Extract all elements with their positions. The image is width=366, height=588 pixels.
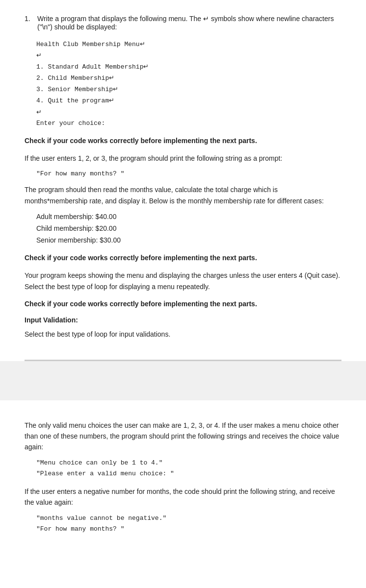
negative-months-code: "months value cannot be negative." "For … — [36, 513, 341, 535]
enter-choice-line: Enter your choice: — [36, 118, 341, 129]
invalid-menu-code: "Menu choice can only be 1 to 4." "Pleas… — [36, 458, 341, 479]
invalid-string-2: "Please enter a valid menu choice: " — [36, 468, 341, 479]
input-validation-section: Input Validation: Select the best type o… — [25, 316, 341, 340]
rate-senior: Senior membership: $30.00 — [36, 235, 341, 246]
months-description: The program should then read the months … — [25, 184, 341, 206]
intro-part1: Write a program that displays the follow… — [37, 15, 201, 23]
section-bottom: The only valid menu choices the user can… — [25, 400, 341, 535]
negative-string-2: "For how many months? " — [36, 524, 341, 535]
newline-icon: ↵ — [203, 15, 209, 23]
if-user-paragraph: If the user enters 1, 2, or 3, the progr… — [25, 153, 341, 164]
menu-item-3: 3. Senior Membership↵ — [36, 84, 341, 95]
menu-code-block: Health Club Membership Menu↵ ↵ 1. Standa… — [36, 39, 341, 129]
menu-item-2: 2. Child Membership↵ — [36, 73, 341, 84]
negative-months-desc: If the user enters a negative number for… — [25, 486, 341, 508]
prompt-code-block: "For how many months? " — [36, 169, 341, 179]
page-container: 1. Write a program that displays the fol… — [0, 0, 366, 588]
section-top: 1. Write a program that displays the fol… — [25, 15, 341, 361]
question-header: 1. Write a program that displays the fol… — [25, 15, 341, 31]
newline-symbol-title: ↵ — [140, 40, 145, 48]
invalid-string-1: "Menu choice can only be 1 to 4." — [36, 458, 341, 468]
menu-item-4: 4. Quit the program↵ — [36, 95, 341, 106]
gray-separator — [0, 361, 366, 400]
rates-block: Adult membership: $40.00 Child membershi… — [36, 211, 341, 246]
check-note-1: Check if your code works correctly befor… — [25, 136, 341, 146]
rate-child: Child membership: $20.00 — [36, 223, 341, 235]
loop-description: Your program keeps showing the menu and … — [25, 270, 341, 292]
question-intro-text: Write a program that displays the follow… — [37, 15, 341, 31]
rate-adult: Adult membership: $40.00 — [36, 211, 341, 223]
input-validation-title: Input Validation: — [25, 316, 341, 324]
menu-item-1: 1. Standard Adult Membership↵ — [36, 61, 341, 73]
question-number: 1. — [25, 15, 34, 23]
menu-blank-line: ↵ — [36, 50, 341, 61]
input-validation-desc: Select the best type of loop for input v… — [25, 329, 341, 340]
menu-title-line: Health Club Membership Menu↵ — [36, 39, 341, 50]
negative-string-1: "months value cannot be negative." — [36, 513, 341, 524]
bottom-intro: The only valid menu choices the user can… — [25, 420, 341, 453]
menu-blank-line2: ↵ — [36, 107, 341, 118]
check-note-2: Check if your code works correctly befor… — [25, 253, 341, 263]
check-note-3: Check if your code works correctly befor… — [25, 299, 341, 309]
